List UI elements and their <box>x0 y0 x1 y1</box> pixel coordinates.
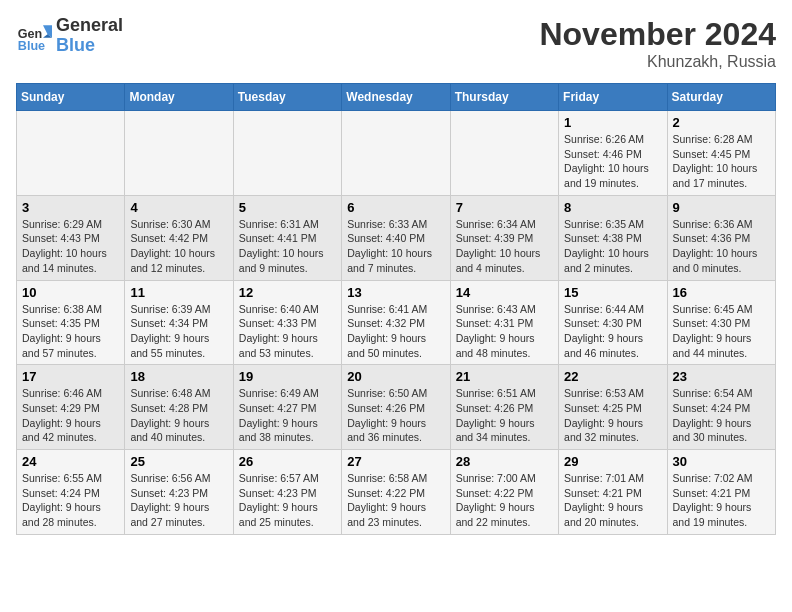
svg-text:Blue: Blue <box>18 39 45 53</box>
cell-week4-day3: 20Sunrise: 6:50 AM Sunset: 4:26 PM Dayli… <box>342 365 450 450</box>
cell-week5-day2: 26Sunrise: 6:57 AM Sunset: 4:23 PM Dayli… <box>233 450 341 535</box>
day-number: 18 <box>130 369 227 384</box>
cell-week5-day0: 24Sunrise: 6:55 AM Sunset: 4:24 PM Dayli… <box>17 450 125 535</box>
calendar-header-row: SundayMondayTuesdayWednesdayThursdayFrid… <box>17 84 776 111</box>
day-info: Sunrise: 6:39 AM Sunset: 4:34 PM Dayligh… <box>130 302 227 361</box>
day-number: 30 <box>673 454 770 469</box>
cell-week5-day3: 27Sunrise: 6:58 AM Sunset: 4:22 PM Dayli… <box>342 450 450 535</box>
header-sunday: Sunday <box>17 84 125 111</box>
day-info: Sunrise: 6:26 AM Sunset: 4:46 PM Dayligh… <box>564 132 661 191</box>
cell-week1-day5: 1Sunrise: 6:26 AM Sunset: 4:46 PM Daylig… <box>559 111 667 196</box>
cell-week2-day1: 4Sunrise: 6:30 AM Sunset: 4:42 PM Daylig… <box>125 195 233 280</box>
cell-week3-day1: 11Sunrise: 6:39 AM Sunset: 4:34 PM Dayli… <box>125 280 233 365</box>
cell-week5-day1: 25Sunrise: 6:56 AM Sunset: 4:23 PM Dayli… <box>125 450 233 535</box>
logo-line2: Blue <box>56 36 123 56</box>
day-info: Sunrise: 6:36 AM Sunset: 4:36 PM Dayligh… <box>673 217 770 276</box>
week-row-2: 3Sunrise: 6:29 AM Sunset: 4:43 PM Daylig… <box>17 195 776 280</box>
cell-week2-day6: 9Sunrise: 6:36 AM Sunset: 4:36 PM Daylig… <box>667 195 775 280</box>
cell-week2-day3: 6Sunrise: 6:33 AM Sunset: 4:40 PM Daylig… <box>342 195 450 280</box>
calendar-table: SundayMondayTuesdayWednesdayThursdayFrid… <box>16 83 776 535</box>
day-info: Sunrise: 6:43 AM Sunset: 4:31 PM Dayligh… <box>456 302 553 361</box>
day-info: Sunrise: 6:38 AM Sunset: 4:35 PM Dayligh… <box>22 302 119 361</box>
day-info: Sunrise: 7:00 AM Sunset: 4:22 PM Dayligh… <box>456 471 553 530</box>
cell-week3-day0: 10Sunrise: 6:38 AM Sunset: 4:35 PM Dayli… <box>17 280 125 365</box>
header-monday: Monday <box>125 84 233 111</box>
title-block: November 2024 Khunzakh, Russia <box>539 16 776 71</box>
day-number: 23 <box>673 369 770 384</box>
cell-week2-day0: 3Sunrise: 6:29 AM Sunset: 4:43 PM Daylig… <box>17 195 125 280</box>
day-info: Sunrise: 6:34 AM Sunset: 4:39 PM Dayligh… <box>456 217 553 276</box>
logo-text: General Blue <box>56 16 123 56</box>
logo: Gen Blue General Blue <box>16 16 123 56</box>
day-number: 14 <box>456 285 553 300</box>
day-number: 4 <box>130 200 227 215</box>
day-info: Sunrise: 6:56 AM Sunset: 4:23 PM Dayligh… <box>130 471 227 530</box>
cell-week5-day4: 28Sunrise: 7:00 AM Sunset: 4:22 PM Dayli… <box>450 450 558 535</box>
day-info: Sunrise: 6:57 AM Sunset: 4:23 PM Dayligh… <box>239 471 336 530</box>
week-row-1: 1Sunrise: 6:26 AM Sunset: 4:46 PM Daylig… <box>17 111 776 196</box>
cell-week3-day2: 12Sunrise: 6:40 AM Sunset: 4:33 PM Dayli… <box>233 280 341 365</box>
cell-week4-day5: 22Sunrise: 6:53 AM Sunset: 4:25 PM Dayli… <box>559 365 667 450</box>
day-number: 22 <box>564 369 661 384</box>
day-info: Sunrise: 6:54 AM Sunset: 4:24 PM Dayligh… <box>673 386 770 445</box>
week-row-4: 17Sunrise: 6:46 AM Sunset: 4:29 PM Dayli… <box>17 365 776 450</box>
cell-week1-day4 <box>450 111 558 196</box>
day-number: 8 <box>564 200 661 215</box>
day-info: Sunrise: 6:55 AM Sunset: 4:24 PM Dayligh… <box>22 471 119 530</box>
day-info: Sunrise: 6:50 AM Sunset: 4:26 PM Dayligh… <box>347 386 444 445</box>
day-info: Sunrise: 6:30 AM Sunset: 4:42 PM Dayligh… <box>130 217 227 276</box>
day-number: 12 <box>239 285 336 300</box>
cell-week4-day1: 18Sunrise: 6:48 AM Sunset: 4:28 PM Dayli… <box>125 365 233 450</box>
week-row-3: 10Sunrise: 6:38 AM Sunset: 4:35 PM Dayli… <box>17 280 776 365</box>
day-info: Sunrise: 6:53 AM Sunset: 4:25 PM Dayligh… <box>564 386 661 445</box>
day-number: 16 <box>673 285 770 300</box>
day-number: 1 <box>564 115 661 130</box>
cell-week4-day0: 17Sunrise: 6:46 AM Sunset: 4:29 PM Dayli… <box>17 365 125 450</box>
day-number: 15 <box>564 285 661 300</box>
day-number: 27 <box>347 454 444 469</box>
header-saturday: Saturday <box>667 84 775 111</box>
day-number: 10 <box>22 285 119 300</box>
day-number: 5 <box>239 200 336 215</box>
day-number: 7 <box>456 200 553 215</box>
day-number: 24 <box>22 454 119 469</box>
logo-line1: General <box>56 16 123 36</box>
cell-week4-day6: 23Sunrise: 6:54 AM Sunset: 4:24 PM Dayli… <box>667 365 775 450</box>
day-info: Sunrise: 7:01 AM Sunset: 4:21 PM Dayligh… <box>564 471 661 530</box>
day-number: 21 <box>456 369 553 384</box>
day-number: 11 <box>130 285 227 300</box>
cell-week3-day5: 15Sunrise: 6:44 AM Sunset: 4:30 PM Dayli… <box>559 280 667 365</box>
day-info: Sunrise: 6:40 AM Sunset: 4:33 PM Dayligh… <box>239 302 336 361</box>
header-wednesday: Wednesday <box>342 84 450 111</box>
cell-week2-day2: 5Sunrise: 6:31 AM Sunset: 4:41 PM Daylig… <box>233 195 341 280</box>
cell-week4-day4: 21Sunrise: 6:51 AM Sunset: 4:26 PM Dayli… <box>450 365 558 450</box>
day-number: 17 <box>22 369 119 384</box>
day-info: Sunrise: 6:28 AM Sunset: 4:45 PM Dayligh… <box>673 132 770 191</box>
logo-icon: Gen Blue <box>16 18 52 54</box>
day-info: Sunrise: 6:35 AM Sunset: 4:38 PM Dayligh… <box>564 217 661 276</box>
cell-week1-day3 <box>342 111 450 196</box>
cell-week2-day5: 8Sunrise: 6:35 AM Sunset: 4:38 PM Daylig… <box>559 195 667 280</box>
cell-week1-day2 <box>233 111 341 196</box>
day-number: 9 <box>673 200 770 215</box>
page-header: Gen Blue General Blue November 2024 Khun… <box>16 16 776 71</box>
cell-week1-day1 <box>125 111 233 196</box>
header-friday: Friday <box>559 84 667 111</box>
day-info: Sunrise: 7:02 AM Sunset: 4:21 PM Dayligh… <box>673 471 770 530</box>
day-number: 6 <box>347 200 444 215</box>
day-info: Sunrise: 6:29 AM Sunset: 4:43 PM Dayligh… <box>22 217 119 276</box>
week-row-5: 24Sunrise: 6:55 AM Sunset: 4:24 PM Dayli… <box>17 450 776 535</box>
day-info: Sunrise: 6:45 AM Sunset: 4:30 PM Dayligh… <box>673 302 770 361</box>
day-number: 20 <box>347 369 444 384</box>
cell-week5-day5: 29Sunrise: 7:01 AM Sunset: 4:21 PM Dayli… <box>559 450 667 535</box>
header-tuesday: Tuesday <box>233 84 341 111</box>
day-number: 29 <box>564 454 661 469</box>
cell-week3-day3: 13Sunrise: 6:41 AM Sunset: 4:32 PM Dayli… <box>342 280 450 365</box>
cell-week3-day6: 16Sunrise: 6:45 AM Sunset: 4:30 PM Dayli… <box>667 280 775 365</box>
day-info: Sunrise: 6:41 AM Sunset: 4:32 PM Dayligh… <box>347 302 444 361</box>
day-info: Sunrise: 6:44 AM Sunset: 4:30 PM Dayligh… <box>564 302 661 361</box>
day-info: Sunrise: 6:48 AM Sunset: 4:28 PM Dayligh… <box>130 386 227 445</box>
day-number: 3 <box>22 200 119 215</box>
day-info: Sunrise: 6:31 AM Sunset: 4:41 PM Dayligh… <box>239 217 336 276</box>
day-info: Sunrise: 6:51 AM Sunset: 4:26 PM Dayligh… <box>456 386 553 445</box>
